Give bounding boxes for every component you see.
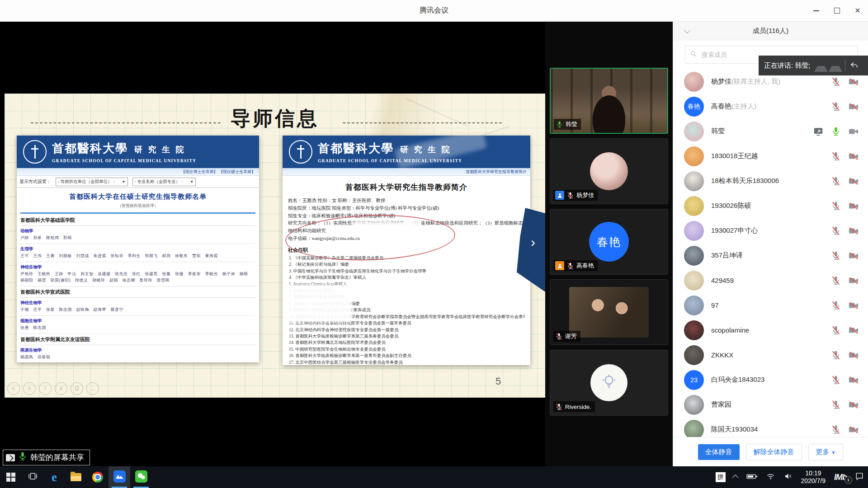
member-name: 曹家园: [711, 400, 731, 408]
member-name: 陈国天1930034: [711, 425, 758, 433]
doc-header: 首都醫科大學研 究 生 院 GRADUATE SCHOOL OF CAPITAL…: [17, 136, 259, 168]
university-logo-icon: [289, 140, 312, 164]
im-app-tray-icon[interactable]: IMb1: [830, 466, 851, 488]
member-row[interactable]: 春艳 高春艳(主持人): [673, 94, 868, 119]
society-item: 4. 《中华实验和临床病毒学杂志》审稿人: [289, 274, 525, 281]
member-name: ZKKKX: [711, 351, 733, 359]
avatar: [684, 196, 704, 216]
collapse-chevron-icon[interactable]: [684, 27, 690, 33]
member-name: 韩莹: [711, 127, 725, 135]
member-row[interactable]: ZKKKX: [673, 343, 868, 367]
member-row[interactable]: 韩莹: [673, 119, 868, 144]
member-row[interactable]: 曹家园: [673, 392, 868, 417]
mic-on-icon: [18, 451, 28, 464]
mic-icon: [831, 176, 841, 186]
doc-header: 首都醫科大學研 究 生 院 GRADUATE SCHOOL OF CAPITAL…: [283, 136, 530, 168]
slide-title: 导师信息: [5, 105, 545, 132]
windows-logo-icon: [6, 473, 15, 482]
clock[interactable]: 10:19 2020/7/9: [797, 469, 830, 485]
member-row[interactable]: 97: [673, 293, 868, 318]
doc-dept: 动物学: [20, 228, 255, 234]
zoom-icon: O: [71, 382, 83, 395]
return-arrow-icon[interactable]: [849, 60, 859, 71]
member-role: (主持人): [731, 102, 756, 110]
unmute-all-button[interactable]: 解除全体静音: [746, 444, 802, 460]
screen-share-status: 韩莹的屏幕共享: [3, 450, 90, 465]
wifi-tray-icon[interactable]: [762, 466, 779, 488]
member-row[interactable]: 1830018王纪越: [673, 144, 868, 169]
edge-taskbar-icon[interactable]: e: [43, 466, 65, 488]
video-tile[interactable]: 春艳 高春艳: [550, 209, 668, 275]
teacher-info-line: 招生院所：地坛医院 招生类型：科学与专业学位(博) 科学与专业学位(硕): [288, 205, 525, 212]
mic-icon: [831, 400, 841, 410]
wechat-taskbar-icon[interactable]: [130, 466, 152, 488]
video-tile[interactable]: 杨梦佳: [550, 138, 668, 204]
tencent-meeting-icon: [113, 470, 126, 484]
mic-icon: [566, 262, 574, 270]
member-row[interactable]: 1930026陈硕: [673, 193, 868, 218]
participant-name: 韩莹: [566, 120, 577, 128]
video-tile[interactable]: 韩莹: [550, 68, 668, 134]
speaker-icon: [783, 472, 793, 482]
graduate-school-cn: 研 究 生 院: [400, 145, 452, 154]
participant-name: 谢芳: [565, 332, 577, 340]
speaking-text: 正在讲话: 韩莹;: [764, 61, 811, 70]
member-row[interactable]: 357吕坤译: [673, 243, 868, 268]
folder-icon: [71, 473, 81, 481]
hidden-icons-button[interactable]: [730, 466, 742, 488]
avatar: 23: [684, 370, 704, 390]
doc-names: 张愚 陈志国: [20, 325, 255, 334]
mic-icon: [831, 201, 841, 211]
start-button[interactable]: [0, 466, 22, 488]
doc-links-strip: 【现任博士生导师】 【现任硕士生导师】: [17, 168, 259, 176]
society-title: 社会任职: [283, 243, 530, 253]
windows-taskbar: e 拼 10:19 2020/7/9 IMb1: [0, 466, 868, 488]
doc-dept: 神经生物学: [20, 264, 255, 270]
shared-slide: 导师信息 首都醫科大學研 究 生 院 GRADUATE SCHOOL OF CA…: [5, 94, 545, 398]
more-button[interactable]: 更多▼: [808, 444, 844, 460]
close-button[interactable]: ✕: [847, 0, 868, 21]
ime-indicator[interactable]: 拼: [712, 466, 730, 488]
member-row[interactable]: 429459: [673, 268, 868, 293]
wechat-icon: [135, 470, 147, 484]
member-role: (联席主持人, 我): [731, 77, 780, 85]
action-center-button[interactable]: [851, 466, 868, 488]
society-list: 1. 《中国实验诊断学》杂志第二届编辑委员会委员2. 《标记免疫分析与临床》编委…: [283, 253, 530, 365]
teacher-info-line: 招生专业：临床检验诊断学(博) 临床检验诊断学(硕): [288, 212, 525, 220]
video-tile[interactable]: 谢芳: [550, 279, 668, 345]
avatar: [684, 320, 704, 340]
mic-icon: [831, 375, 841, 385]
mic-icon: [556, 121, 563, 128]
im-logo-icon: IMb1: [834, 473, 847, 482]
volume-tray-icon[interactable]: [779, 466, 797, 488]
member-row[interactable]: 陈国天1930034: [673, 417, 868, 437]
member-row[interactable]: 23 白玛央金1843023: [673, 367, 868, 392]
member-name: scopolamine: [711, 326, 749, 334]
file-explorer-taskbar-icon[interactable]: [65, 466, 87, 488]
mic-icon: [555, 333, 563, 340]
member-name: 357吕坤译: [711, 251, 743, 259]
tencent-meeting-taskbar-icon[interactable]: [108, 466, 130, 488]
meeting-logo-ghost-icon: [814, 60, 842, 72]
action-center-icon: [855, 472, 864, 483]
battery-tray-icon[interactable]: [742, 466, 762, 488]
chrome-taskbar-icon[interactable]: [87, 466, 108, 488]
camera-icon: [848, 300, 859, 310]
member-row[interactable]: 18检本韩天乐1830006: [673, 169, 868, 193]
society-item: 5. Analytica Chimica Acta审稿人: [289, 281, 525, 287]
screen-share-text: 韩莹的屏幕共享: [30, 452, 84, 463]
camera-icon: [848, 325, 859, 335]
mic-icon: [831, 77, 841, 87]
maximize-button[interactable]: [826, 0, 847, 21]
tile-name-label: 高春艳: [553, 260, 598, 271]
screen-sharing-icon: [813, 127, 824, 136]
minimize-button[interactable]: [806, 0, 826, 21]
society-item: 10. 全国高等医学教育学会临床医学教育研究会诊断学指导委员会暨全国高等医学教育…: [289, 314, 525, 320]
task-view-button[interactable]: [22, 466, 43, 488]
time: 10:19: [805, 469, 821, 478]
avatar: [684, 271, 704, 291]
mute-all-button[interactable]: 全体静音: [698, 444, 740, 460]
member-row[interactable]: scopolamine: [673, 318, 868, 343]
member-row[interactable]: 1930027申寸心: [673, 218, 868, 243]
video-tile[interactable]: Riverside.: [550, 350, 668, 416]
